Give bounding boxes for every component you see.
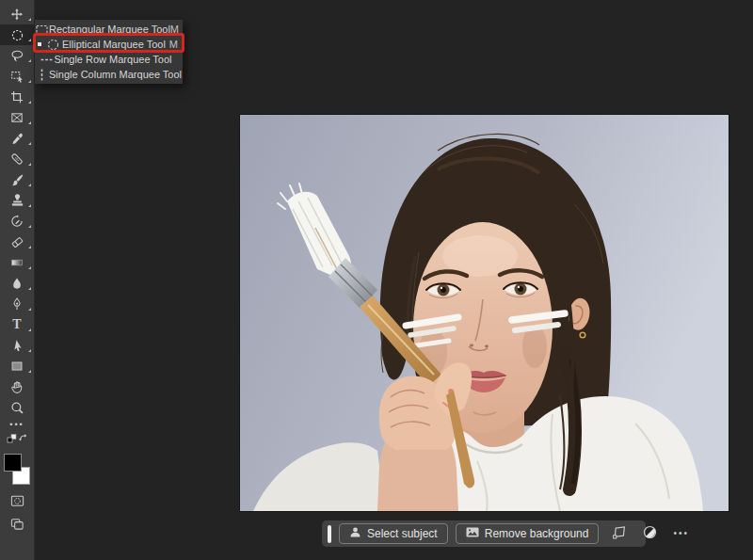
taskbar-drag-handle[interactable]: [328, 525, 331, 543]
gradient-icon: [10, 256, 24, 270]
gradient-tool[interactable]: [0, 252, 35, 273]
crop-icon: [10, 90, 24, 104]
brush-icon: [10, 173, 24, 187]
move-icon: [10, 8, 24, 22]
clone-stamp-tool[interactable]: [0, 190, 35, 211]
hand-icon: [10, 380, 24, 394]
marquee-tools-flyout-menu: Rectangular Marquee Tool M Elliptical Ma…: [35, 20, 183, 84]
menu-item-shortcut: M: [167, 39, 178, 50]
person-icon: [349, 526, 361, 541]
brush-tool[interactable]: [0, 169, 35, 190]
selected-tool-bullet: [38, 42, 41, 46]
pen-tool[interactable]: [0, 294, 35, 314]
screen-mode-button[interactable]: [10, 514, 24, 536]
foreground-color-swatch[interactable]: [4, 454, 22, 472]
elliptical-marquee-icon: [44, 38, 62, 52]
single-column-marquee-icon: [35, 68, 49, 82]
screen-mode-icon: [10, 517, 24, 535]
elliptical-marquee-icon: [10, 28, 24, 42]
quick-mask-icon: [10, 494, 24, 512]
document-canvas[interactable]: [240, 115, 729, 511]
type-tool[interactable]: T: [0, 314, 35, 335]
swap-colors-icon: [5, 433, 29, 451]
menu-item-label: Rectangular Marquee Tool: [49, 24, 170, 35]
eraser-icon: [10, 235, 24, 249]
swap-colors-control[interactable]: [5, 433, 29, 450]
menu-item-label: Single Row Marquee Tool: [54, 54, 171, 65]
portrait-photo: [240, 115, 729, 511]
eyedropper-tool[interactable]: [0, 128, 35, 149]
eraser-tool[interactable]: [0, 232, 35, 252]
edit-toolbar-ellipsis[interactable]: •••: [9, 418, 24, 433]
frame-tool[interactable]: [0, 107, 35, 128]
healing-brush-icon: [10, 152, 24, 167]
remove-background-button[interactable]: Remove background: [456, 523, 600, 544]
menu-item-rectangular-marquee[interactable]: Rectangular Marquee Tool M: [35, 22, 183, 37]
blur-drop-icon: [10, 277, 24, 291]
history-brush-icon: [10, 215, 24, 229]
select-subject-button[interactable]: Select subject: [339, 523, 448, 544]
lasso-icon: [10, 49, 24, 63]
eyedropper-icon: [10, 132, 24, 146]
menu-item-elliptical-marquee[interactable]: Elliptical Marquee Tool M: [35, 37, 183, 52]
adjustment-contrast-icon[interactable]: [643, 525, 657, 543]
single-row-marquee-icon: [40, 53, 54, 67]
menu-item-single-column-marquee[interactable]: Single Column Marquee Tool: [35, 67, 183, 82]
rectangle-icon: [10, 360, 24, 374]
taskbar-extra-icons: •••: [612, 524, 689, 543]
rectangular-marquee-icon: [35, 23, 49, 37]
selection-arrow-icon: [10, 339, 24, 353]
type-icon: T: [12, 318, 21, 331]
elliptical-marquee-tool[interactable]: [0, 24, 35, 45]
transform-icon[interactable]: [612, 524, 627, 543]
zoom-tool[interactable]: [0, 397, 35, 418]
menu-item-shortcut: M: [170, 24, 179, 35]
hand-tool[interactable]: [0, 376, 35, 397]
path-selection-tool[interactable]: [0, 335, 35, 356]
object-selection-icon: [10, 70, 24, 84]
history-brush-tool[interactable]: [0, 211, 35, 232]
object-selection-tool[interactable]: [0, 66, 35, 87]
blur-tool[interactable]: [0, 273, 35, 294]
lasso-tool[interactable]: [0, 45, 35, 66]
select-subject-label: Select subject: [367, 527, 438, 540]
menu-item-label: Single Column Marquee Tool: [49, 69, 182, 80]
color-swatches: [0, 452, 35, 491]
spot-healing-brush-tool[interactable]: [0, 149, 35, 169]
more-options-icon[interactable]: •••: [673, 529, 689, 538]
clone-stamp-icon: [10, 194, 24, 208]
magnifier-icon: [10, 401, 24, 415]
menu-item-label: Elliptical Marquee Tool: [62, 39, 167, 50]
remove-background-label: Remove background: [485, 527, 589, 540]
rectangle-tool[interactable]: [0, 356, 35, 376]
image-icon: [466, 526, 479, 541]
crop-tool[interactable]: [0, 87, 35, 107]
menu-item-single-row-marquee[interactable]: Single Row Marquee Tool: [35, 52, 183, 67]
frame-icon: [10, 111, 24, 125]
pen-icon: [10, 297, 24, 312]
contextual-task-bar: Select subject Remove background •••: [322, 520, 646, 547]
toolbar: T •••: [0, 0, 35, 560]
move-tool[interactable]: [0, 4, 35, 24]
quick-mask-button[interactable]: [10, 491, 24, 514]
